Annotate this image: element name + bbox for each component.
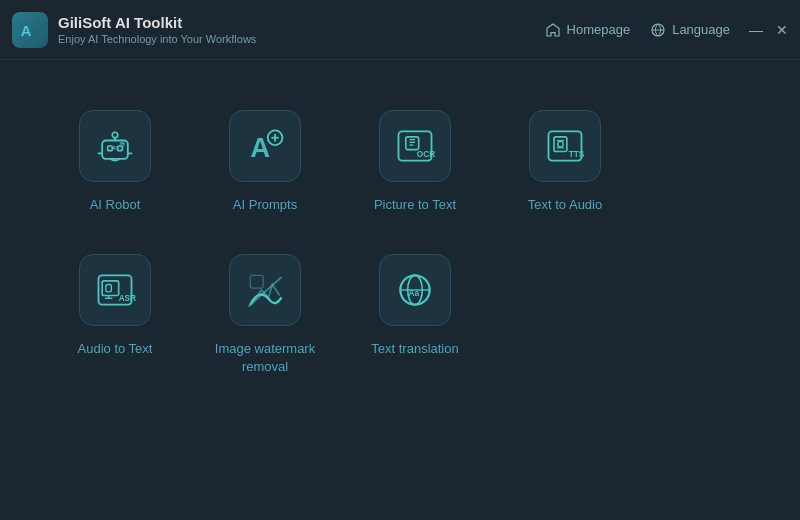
svg-text:OCR: OCR: [417, 150, 435, 159]
app-logo: A: [12, 12, 48, 48]
tool-item-audio-to-text[interactable]: ASR Audio to Text: [40, 234, 190, 396]
tool-item-text-to-audio[interactable]: TTS Text to Audio: [490, 90, 640, 234]
svg-rect-33: [250, 276, 263, 289]
main-content: AI AI Robot A AI Prompts OCR Picture to …: [0, 60, 800, 427]
audio-to-text-icon: ASR: [79, 254, 151, 326]
tool-item-ai-prompts[interactable]: A AI Prompts: [190, 90, 340, 234]
titlebar-text: GiliSoft AI Toolkit Enjoy AI Technology …: [58, 14, 545, 45]
svg-text:AI: AI: [112, 146, 117, 151]
ai-prompts-icon: A: [229, 110, 301, 182]
svg-point-6: [112, 132, 118, 138]
svg-rect-22: [554, 137, 567, 152]
text-to-audio-label: Text to Audio: [528, 196, 602, 214]
language-button[interactable]: Language: [650, 22, 730, 38]
tool-item-text-translation[interactable]: Aa Text translation: [340, 234, 490, 396]
window-controls: — ✕: [750, 24, 788, 36]
text-translation-icon: Aa: [379, 254, 451, 326]
svg-rect-16: [406, 137, 419, 150]
audio-to-text-label: Audio to Text: [78, 340, 153, 358]
svg-point-9: [120, 141, 125, 147]
svg-rect-28: [102, 281, 119, 296]
tool-item-picture-to-text[interactable]: OCR Picture to Text: [340, 90, 490, 234]
titlebar: A GiliSoft AI Toolkit Enjoy AI Technolog…: [0, 0, 800, 60]
svg-text:A: A: [21, 22, 32, 38]
svg-text:TTS: TTS: [569, 150, 585, 159]
image-watermark-removal-icon: [229, 254, 301, 326]
app-subtitle: Enjoy AI Technology into Your Workflows: [58, 33, 545, 45]
homepage-button[interactable]: Homepage: [545, 22, 631, 38]
text-to-audio-icon: TTS: [529, 110, 601, 182]
ai-prompts-label: AI Prompts: [233, 196, 297, 214]
svg-rect-29: [106, 285, 112, 292]
close-button[interactable]: ✕: [776, 24, 788, 36]
tools-grid: AI AI Robot A AI Prompts OCR Picture to …: [40, 90, 760, 397]
picture-to-text-icon: OCR: [379, 110, 451, 182]
tool-item-ai-robot[interactable]: AI AI Robot: [40, 90, 190, 234]
svg-text:ASR: ASR: [119, 294, 136, 303]
ai-robot-icon: AI: [79, 110, 151, 182]
minimize-button[interactable]: —: [750, 24, 762, 36]
picture-to-text-label: Picture to Text: [374, 196, 456, 214]
svg-text:Aa: Aa: [409, 289, 420, 298]
text-translation-label: Text translation: [371, 340, 458, 358]
globe-icon: [650, 22, 666, 38]
image-watermark-removal-label: Image watermark removal: [200, 340, 330, 376]
ai-robot-label: AI Robot: [90, 196, 141, 214]
titlebar-nav: Homepage Language: [545, 22, 730, 38]
home-icon: [545, 22, 561, 38]
svg-point-23: [558, 141, 564, 147]
app-title: GiliSoft AI Toolkit: [58, 14, 545, 31]
tool-item-image-watermark-removal[interactable]: Image watermark removal: [190, 234, 340, 396]
